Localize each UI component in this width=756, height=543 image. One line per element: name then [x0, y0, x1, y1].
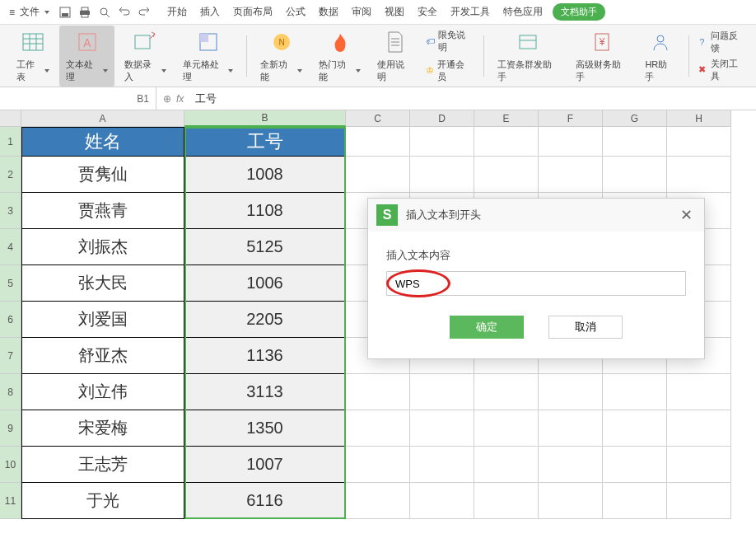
- cell-reference[interactable]: B1: [0, 87, 156, 110]
- redo-icon[interactable]: [138, 6, 151, 19]
- col-header-A[interactable]: A: [21, 110, 184, 127]
- tab-formula[interactable]: 公式: [286, 5, 306, 19]
- cell-A8[interactable]: 刘立伟: [21, 374, 184, 410]
- cell-D11[interactable]: [410, 483, 474, 519]
- cell-C9[interactable]: [346, 410, 410, 447]
- cell-B2[interactable]: 1008: [184, 157, 346, 193]
- feedback-link[interactable]: ?问题反馈: [696, 30, 746, 54]
- cell-C8[interactable]: [346, 374, 410, 410]
- doc-helper-button[interactable]: 文档助手: [553, 3, 605, 21]
- ribbon-finance[interactable]: ¥ 高级财务助手: [569, 26, 636, 87]
- print-icon[interactable]: [78, 6, 91, 19]
- cell-D1[interactable]: [410, 127, 474, 157]
- col-header-F[interactable]: F: [539, 110, 603, 127]
- cell-F9[interactable]: [539, 410, 603, 447]
- tab-layout[interactable]: 页面布局: [233, 5, 273, 19]
- col-header-H[interactable]: H: [667, 110, 731, 127]
- row-header-11[interactable]: 11: [0, 483, 21, 519]
- cell-A9[interactable]: 宋爱梅: [21, 410, 184, 447]
- cell-F11[interactable]: [539, 483, 603, 519]
- cell-G8[interactable]: [603, 374, 667, 410]
- cell-G10[interactable]: [603, 447, 667, 483]
- row-header-4[interactable]: 4: [0, 229, 21, 265]
- close-tools[interactable]: ✖关闭工具: [696, 58, 746, 82]
- cell-A10[interactable]: 王志芳: [21, 447, 184, 483]
- tab-review[interactable]: 审阅: [352, 5, 371, 19]
- cell-A6[interactable]: 刘爱国: [21, 302, 184, 338]
- cell-B7[interactable]: 1136: [184, 338, 346, 374]
- row-header-7[interactable]: 7: [0, 338, 21, 374]
- tab-insert[interactable]: 插入: [200, 5, 220, 19]
- cell-F2[interactable]: [539, 157, 603, 193]
- cell-A7[interactable]: 舒亚杰: [21, 338, 184, 374]
- ribbon-cell-process[interactable]: 单元格处理: [176, 26, 240, 87]
- cell-B4[interactable]: 5125: [184, 229, 346, 265]
- cell-C11[interactable]: [346, 483, 410, 519]
- col-header-C[interactable]: C: [346, 110, 410, 127]
- file-menu[interactable]: ≡文件: [7, 5, 52, 19]
- cell-E9[interactable]: [474, 410, 539, 447]
- cell-E10[interactable]: [474, 447, 539, 483]
- cell-E8[interactable]: [474, 374, 539, 410]
- cell-H10[interactable]: [667, 447, 731, 483]
- cell-F8[interactable]: [539, 374, 603, 410]
- cell-D8[interactable]: [410, 374, 474, 410]
- cell-C10[interactable]: [346, 447, 410, 483]
- row-header-6[interactable]: 6: [0, 302, 21, 338]
- cell-G11[interactable]: [603, 483, 667, 519]
- cell-D9[interactable]: [410, 410, 474, 447]
- col-header-G[interactable]: G: [603, 110, 667, 127]
- cell-B3[interactable]: 1108: [184, 193, 346, 229]
- free-info[interactable]: 🏷限免说明: [422, 27, 477, 55]
- ribbon-payroll[interactable]: 工资条群发助手: [491, 26, 566, 87]
- cell-G2[interactable]: [603, 157, 667, 193]
- locate-icon[interactable]: ⊕: [163, 93, 171, 105]
- cell-B8[interactable]: 3113: [184, 374, 346, 410]
- insert-text-input[interactable]: [386, 271, 686, 296]
- ribbon-usage[interactable]: 使用说明: [371, 26, 419, 87]
- cell-H9[interactable]: [667, 410, 731, 447]
- row-header-8[interactable]: 8: [0, 374, 21, 410]
- col-header-D[interactable]: D: [410, 110, 474, 127]
- dialog-close-button[interactable]: ✕: [677, 206, 696, 224]
- row-header-10[interactable]: 10: [0, 447, 21, 483]
- cell-B10[interactable]: 1007: [184, 447, 346, 483]
- row-header-9[interactable]: 9: [0, 410, 21, 447]
- tab-devtools[interactable]: 开发工具: [450, 5, 490, 19]
- col-header-B[interactable]: B: [184, 110, 346, 127]
- open-vip[interactable]: ♔开通会员: [422, 57, 477, 85]
- cell-E2[interactable]: [474, 157, 539, 193]
- tab-security[interactable]: 安全: [418, 5, 437, 19]
- cell-B9[interactable]: 1350: [184, 410, 346, 447]
- row-header-3[interactable]: 3: [0, 193, 21, 229]
- ribbon-text-process[interactable]: A 文本处理: [59, 26, 114, 87]
- ribbon-hr[interactable]: HR助手: [638, 26, 682, 87]
- cell-A1[interactable]: 姓名: [21, 127, 184, 157]
- cell-C2[interactable]: [346, 157, 410, 193]
- tab-view[interactable]: 视图: [385, 5, 404, 19]
- cell-B11[interactable]: 6116: [184, 483, 346, 519]
- ok-button[interactable]: 确定: [450, 316, 524, 339]
- cell-A4[interactable]: 刘振杰: [21, 229, 184, 265]
- tab-data[interactable]: 数据: [319, 5, 338, 19]
- tab-start[interactable]: 开始: [167, 5, 187, 19]
- cell-B5[interactable]: 1006: [184, 265, 346, 302]
- tab-special[interactable]: 特色应用: [503, 5, 543, 19]
- row-header-2[interactable]: 2: [0, 157, 21, 193]
- cell-F10[interactable]: [539, 447, 603, 483]
- formula-input[interactable]: 工号: [190, 91, 756, 106]
- select-all-corner[interactable]: [0, 110, 21, 127]
- cell-G1[interactable]: [603, 127, 667, 157]
- cell-H11[interactable]: [667, 483, 731, 519]
- ribbon-data-entry[interactable]: 数据录入: [118, 26, 173, 87]
- cell-B1[interactable]: 工号: [184, 127, 346, 157]
- ribbon-worksheet[interactable]: 工作表: [10, 26, 56, 87]
- row-header-1[interactable]: 1: [0, 127, 21, 157]
- cell-A3[interactable]: 贾燕青: [21, 193, 184, 229]
- preview-icon[interactable]: [98, 6, 111, 19]
- cell-F1[interactable]: [539, 127, 603, 157]
- col-header-E[interactable]: E: [474, 110, 539, 127]
- cell-C1[interactable]: [346, 127, 410, 157]
- cell-D10[interactable]: [410, 447, 474, 483]
- cell-E1[interactable]: [474, 127, 539, 157]
